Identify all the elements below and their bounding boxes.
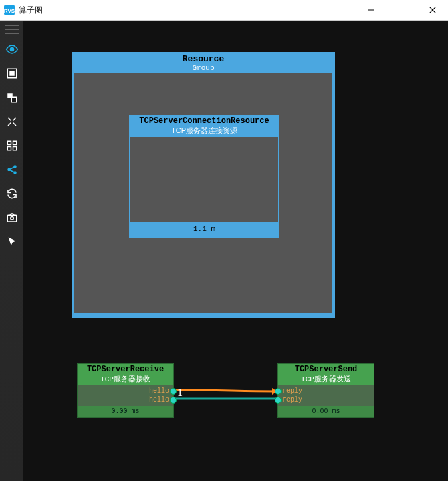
svg-rect-12 [13, 141, 16, 144]
svg-point-19 [10, 217, 13, 220]
resource-footer: 1.1 m [129, 224, 279, 234]
receive-footer: 0.00 ms [78, 406, 173, 417]
receive-title: TCPServerReceive [78, 364, 173, 374]
receive-subtitle: TCP服务器接收 [78, 374, 173, 385]
maximize-button[interactable] [386, 0, 417, 20]
send-input-1: reply [278, 387, 374, 395]
eye-icon[interactable] [3, 41, 21, 58]
send-title: TCPServerSend [278, 364, 374, 374]
svg-rect-14 [13, 147, 16, 150]
output-port-2[interactable] [170, 397, 177, 404]
app-icon: RVS [4, 5, 15, 15]
input-port-2[interactable] [275, 397, 282, 404]
output-port-1[interactable] [170, 388, 177, 395]
refresh-icon[interactable] [3, 185, 21, 202]
resource-subtitle: TCP服务器连接资源 [129, 126, 279, 136]
send-input-2: reply [278, 395, 374, 404]
workspace: Resource Group TCPServerConnectionResour… [0, 21, 448, 481]
send-footer: 0.00 ms [278, 406, 374, 417]
svg-rect-8 [10, 71, 14, 75]
receive-output-2: hello [78, 395, 173, 404]
svg-text:RVS: RVS [4, 8, 15, 14]
node-tcp-connection-resource[interactable]: TCPServerConnectionResource TCP服务器连接资源 1… [129, 115, 279, 238]
resource-body [130, 137, 278, 222]
node-tcp-server-receive[interactable]: TCPServerReceive TCP服务器接收 hello hello 0.… [77, 363, 174, 418]
titlebar: RVS 算子图 [0, 0, 448, 21]
svg-point-15 [8, 169, 10, 171]
resource-title: TCPServerConnectionResource [129, 115, 279, 126]
cursor-icon[interactable] [3, 233, 21, 251]
group-title: Resource [73, 53, 334, 64]
dual-square-icon[interactable] [3, 89, 21, 106]
input-port-1[interactable] [275, 388, 282, 395]
svg-point-17 [14, 172, 16, 174]
link-label: 1 [177, 387, 183, 399]
collapse-icon[interactable] [3, 113, 21, 130]
window-title: 算子图 [19, 5, 43, 16]
canvas[interactable]: Resource Group TCPServerConnectionResour… [23, 21, 448, 481]
node-tcp-server-send[interactable]: TCPServerSend TCP服务器发送 reply reply 0.00 … [277, 363, 374, 418]
svg-point-6 [10, 48, 13, 51]
receive-output-1: hello [78, 387, 173, 395]
svg-rect-11 [7, 141, 11, 144]
sidebar [0, 21, 23, 481]
send-subtitle: TCP服务器发送 [278, 374, 374, 385]
group-subtitle: Group [73, 64, 334, 73]
camera-icon[interactable] [3, 209, 21, 226]
svg-rect-3 [399, 7, 405, 13]
svg-rect-10 [11, 97, 17, 102]
grid-icon[interactable] [3, 137, 21, 154]
share-icon[interactable] [3, 161, 21, 178]
minimize-button[interactable] [356, 0, 386, 20]
focus-square-icon[interactable] [3, 65, 21, 82]
svg-rect-18 [7, 215, 17, 222]
svg-point-16 [14, 166, 16, 168]
menu-icon[interactable] [5, 25, 19, 34]
receive-body: hello hello [78, 385, 173, 406]
send-body: reply reply [278, 385, 374, 406]
svg-rect-13 [7, 147, 11, 150]
close-button[interactable] [417, 0, 448, 20]
